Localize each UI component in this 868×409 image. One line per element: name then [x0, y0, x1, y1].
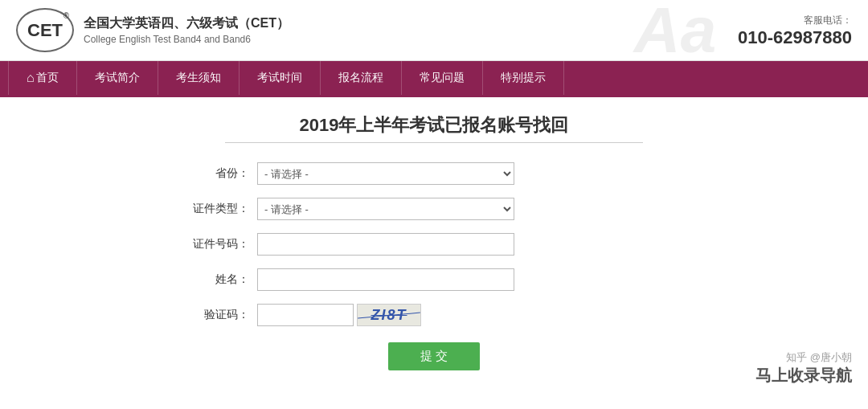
province-label: 省份： — [193, 166, 257, 181]
id-number-row: 证件号码： — [193, 233, 675, 256]
nav-label-tips: 特别提示 — [501, 71, 546, 85]
nav-item-home[interactable]: ⌂ 首页 — [8, 61, 77, 95]
header-text: 全国大学英语四、六级考试（CET） College English Test B… — [84, 15, 289, 45]
captcha-row: 验证码： ZI8T — [193, 304, 675, 326]
page-title: 2019年上半年考试已报名账号找回 — [0, 113, 868, 137]
header: CET ® 全国大学英语四、六级考试（CET） College English … — [0, 0, 868, 61]
registered-symbol: ® — [63, 11, 69, 20]
navbar: ⌂ 首页 考试简介 考生须知 考试时间 报名流程 常见问题 特别提示 — [0, 61, 868, 95]
nav-label-time: 考试时间 — [257, 71, 302, 85]
nav-label-process: 报名流程 — [338, 71, 383, 85]
nav-label-notice: 考生须知 — [176, 71, 221, 85]
main-content: 2019年上半年考试已报名账号找回 省份： - 请选择 - 证件类型： - 请选… — [0, 97, 868, 395]
nav-item-process[interactable]: 报名流程 — [321, 61, 402, 95]
id-type-select[interactable]: - 请选择 - — [257, 198, 514, 220]
nav-item-notice[interactable]: 考生须知 — [158, 61, 240, 95]
customer-service: 客服电话： 010-62987880 — [738, 13, 852, 47]
logo-text: CET — [27, 20, 63, 41]
submit-row: 提 交 — [193, 342, 675, 370]
cs-phone: 010-62987880 — [738, 27, 852, 47]
province-row: 省份： - 请选择 - — [193, 162, 675, 185]
captcha-image[interactable]: ZI8T — [357, 304, 421, 326]
title-underline — [225, 142, 643, 143]
name-label: 姓名： — [193, 272, 257, 287]
id-number-label: 证件号码： — [193, 237, 257, 252]
nav-item-faq[interactable]: 常见问题 — [402, 61, 483, 95]
captcha-input-group: ZI8T — [257, 304, 514, 326]
name-input[interactable] — [257, 268, 514, 291]
home-icon: ⌂ — [27, 71, 35, 85]
submit-button[interactable]: 提 交 — [388, 342, 480, 370]
watermark-line2: 马上收录导航 — [755, 365, 852, 387]
captcha-control: ZI8T — [257, 304, 514, 326]
cs-label: 客服电话： — [738, 13, 852, 27]
id-number-input[interactable] — [257, 233, 514, 256]
province-select[interactable]: - 请选择 - — [257, 162, 514, 185]
site-subtitle: College English Test Band4 and Band6 — [84, 34, 289, 45]
id-type-label: 证件类型： — [193, 202, 257, 216]
site-title: 全国大学英语四、六级考试（CET） — [84, 15, 289, 32]
watermark: 知乎 @唐小朝 马上收录导航 — [755, 350, 852, 387]
captcha-input[interactable] — [257, 304, 354, 326]
captcha-label: 验证码： — [193, 308, 257, 322]
id-type-control: - 请选择 - — [257, 198, 514, 220]
nav-item-time[interactable]: 考试时间 — [240, 61, 321, 95]
form-container: 省份： - 请选择 - 证件类型： - 请选择 - 证件号码： — [193, 162, 675, 370]
nav-item-intro[interactable]: 考试简介 — [77, 61, 158, 95]
province-control: - 请选择 - — [257, 162, 514, 185]
watermark-line1: 知乎 @唐小朝 — [755, 350, 852, 365]
name-row: 姓名： — [193, 268, 675, 291]
nav-label-home: 首页 — [36, 71, 59, 85]
captcha-text: ZI8T — [371, 307, 407, 324]
id-type-row: 证件类型： - 请选择 - — [193, 198, 675, 220]
name-control — [257, 268, 514, 291]
nav-label-faq: 常见问题 — [420, 71, 465, 85]
header-bg-decoration: Aa — [627, 0, 723, 60]
nav-item-tips[interactable]: 特别提示 — [483, 61, 564, 95]
nav-label-intro: 考试简介 — [95, 71, 140, 85]
logo: CET ® — [16, 8, 74, 52]
id-number-control — [257, 233, 514, 256]
